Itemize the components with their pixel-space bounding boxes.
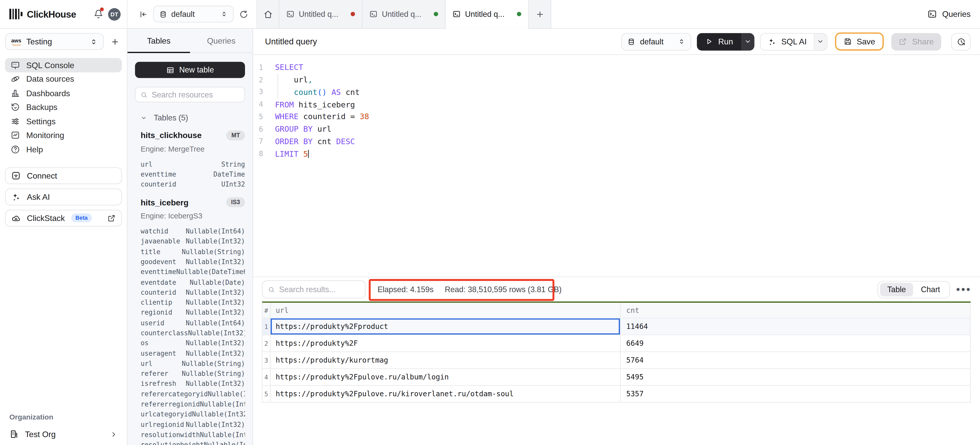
table-entry-header[interactable]: hits_clickhouse MT (140, 130, 245, 140)
cnt-cell[interactable]: 5357 (620, 386, 970, 402)
code-line: 5WHERE counterid = 38 (253, 111, 980, 123)
sidebar-item-settings[interactable]: Settings (5, 114, 122, 128)
query-title[interactable]: Untitled query (265, 37, 317, 46)
tab-tables[interactable]: Tables (127, 29, 190, 52)
schema-column-row[interactable]: refererNullable(String) (140, 369, 245, 378)
schema-column-row[interactable]: goodeventNullable(Int32) (140, 257, 245, 267)
schema-column-row[interactable]: isrefreshNullable(Int32) (140, 378, 245, 389)
save-button[interactable]: Save (835, 32, 884, 51)
toggle-table-view[interactable]: Table (880, 282, 913, 296)
database-selector-editor[interactable]: default (621, 33, 691, 50)
schema-column-row[interactable]: clientipNullable(Int32) (140, 297, 245, 307)
sidebar-item-sql-console[interactable]: SQL Console (5, 58, 122, 72)
schema-column-row[interactable]: urlNullable(String) (140, 358, 245, 369)
table-row[interactable]: 4https://produkty%2Fpulove.ru/album/logi… (262, 369, 971, 386)
table-row[interactable]: 5https://produkty%2Fpulove.ru/kiroverlan… (262, 386, 971, 403)
table-row[interactable]: 2https://produkty%2F6649 (262, 335, 971, 352)
column-header-cnt[interactable]: cnt (620, 303, 970, 318)
schema-column-row[interactable]: javaenableNullable(Int32) (140, 236, 245, 246)
run-button[interactable]: Run (697, 33, 741, 50)
tab-untitled-query-1[interactable]: Untitled q... (280, 0, 363, 28)
schema-column-row[interactable]: urlcategoryidNullable(Int32 (140, 409, 245, 419)
schema-column-row[interactable]: eventdateNullable(Date) (140, 277, 245, 287)
add-service-button[interactable] (108, 35, 122, 49)
sql-ai-button[interactable]: SQL AI (760, 33, 813, 50)
workspace-selector[interactable]: aws Testing (5, 33, 104, 50)
database-selector-value: default (640, 37, 673, 46)
schema-column-type: Nullable(Int (200, 431, 245, 438)
ask-ai-button[interactable]: Ask AI (5, 188, 122, 205)
avatar[interactable]: DT (108, 8, 121, 21)
new-table-button[interactable]: New table (135, 62, 245, 78)
run-options-button[interactable] (741, 33, 754, 50)
url-cell[interactable]: https://produkty%2Fpulove.ru/kiroverlane… (270, 386, 620, 402)
schema-column-row[interactable]: referercategoryidNullable(I (140, 389, 245, 399)
url-cell[interactable]: https://produkty%2Fpulove.ru/album/login (270, 369, 620, 385)
share-button[interactable]: Share (891, 33, 941, 50)
schema-column-row[interactable]: resolutionwidthNullable(Int (140, 429, 245, 440)
results-search-input[interactable] (279, 285, 359, 294)
resources-search-input[interactable] (152, 90, 239, 99)
cnt-cell[interactable]: 6649 (620, 335, 970, 352)
tab-untitled-query-3-active[interactable]: Untitled q... (445, 0, 528, 28)
database-selector-top[interactable]: default (153, 6, 234, 22)
schema-column-row[interactable]: useridNullable(Int64) (140, 317, 245, 328)
cnt-cell[interactable]: 5495 (620, 369, 970, 385)
connect-button[interactable]: Connect (5, 167, 122, 184)
schema-column-name: resolutionheight (140, 441, 204, 445)
url-cell[interactable]: https://produkty%2F (270, 335, 620, 352)
new-tab-button[interactable] (529, 0, 551, 28)
sidebar-item-dashboards[interactable]: Dashboards (5, 86, 122, 100)
schema-column-row[interactable]: eventtimeDateTime (140, 169, 245, 179)
organization-row[interactable]: Test Org (10, 429, 118, 439)
schema-column-row[interactable]: counteridNullable(Int32) (140, 287, 245, 297)
schema-column-row[interactable]: resolutionheightNullable(In (140, 440, 245, 445)
updown-chevron-icon (90, 38, 97, 45)
schema-column-row[interactable]: urlregionidNullable(Int32) (140, 419, 245, 429)
cnt-cell[interactable]: 11464 (620, 318, 970, 335)
notifications-button[interactable] (92, 8, 104, 20)
table-row[interactable]: 1https://produkty%2Fproduct11464 (262, 318, 971, 335)
tab-queries[interactable]: Queries (190, 29, 253, 52)
home-tab[interactable] (257, 0, 279, 28)
tab-untitled-query-2[interactable]: Untitled q... (363, 0, 445, 28)
clickhouse-logo-icon (10, 9, 22, 19)
schema-column-row[interactable]: titleNullable(String) (140, 246, 245, 257)
table-row[interactable]: 3https://produkty/kurortmag5764 (262, 352, 971, 369)
sidebar-item-help[interactable]: Help (5, 143, 122, 157)
sidebar-item-backups[interactable]: Backups (5, 100, 122, 114)
table-entry-header[interactable]: hits_iceberg IS3 (140, 198, 245, 207)
collapse-tabs-button[interactable] (139, 10, 147, 18)
query-history-button[interactable] (951, 33, 970, 50)
schema-column-row[interactable]: urlString (140, 159, 245, 169)
sql-editor[interactable]: 1SELECT2 url,3 count() AS cnt4FROM hits_… (253, 55, 980, 276)
schema-column-row[interactable]: watchidNullable(Int64) (140, 226, 245, 236)
results-search[interactable] (262, 280, 366, 298)
line-number: 1 (253, 63, 263, 72)
more-options-icon[interactable]: ●●● (956, 286, 971, 293)
schema-column-row[interactable]: counteridUInt32 (140, 179, 245, 189)
schema-column-row[interactable]: useragentNullable(Int32) (140, 348, 245, 358)
schema-column-row[interactable]: osNullable(Int32) (140, 338, 245, 348)
clickstack-button[interactable]: ClickStack Beta (5, 209, 122, 226)
schema-column-row[interactable]: counterclassNullable(Int32) (140, 328, 245, 338)
schema-column-row[interactable]: regionidNullable(Int32) (140, 307, 245, 317)
url-cell[interactable]: https://produkty/kurortmag (270, 352, 620, 369)
tables-section-header[interactable]: Tables (5) (135, 114, 245, 122)
toggle-chart-view[interactable]: Chart (913, 282, 948, 296)
schema-column-name: clientip (140, 299, 172, 306)
sidebar-item-data-sources[interactable]: Data sources (5, 72, 122, 86)
sidebar-item-monitoring[interactable]: Monitoring (5, 128, 122, 143)
sql-ai-options-button[interactable] (813, 33, 826, 50)
schema-column-name: counterid (140, 288, 176, 296)
resources-search[interactable] (135, 87, 245, 102)
column-header-url[interactable]: url (270, 303, 620, 318)
schema-column-row[interactable]: refererregionidNullable(Int (140, 399, 245, 409)
schema-column-row[interactable]: eventtimeNullable(DateTime6 (140, 267, 245, 277)
refresh-button[interactable] (239, 10, 248, 18)
refresh-icon (239, 10, 248, 18)
url-cell[interactable]: https://produkty%2Fproduct (270, 318, 620, 335)
cnt-cell[interactable]: 5764 (620, 352, 970, 369)
queries-button[interactable]: Queries (928, 10, 971, 19)
column-header-index[interactable]: # (262, 303, 271, 318)
